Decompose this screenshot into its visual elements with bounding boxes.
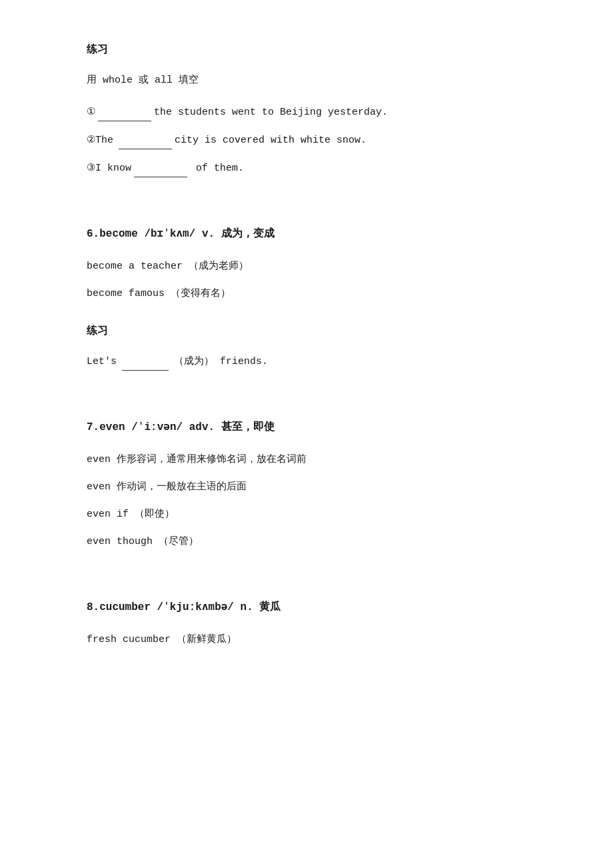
- example-cn-6-2: （变得有名）: [171, 287, 231, 298]
- note-7-2: even 作动词，一般放在主语的后面: [87, 477, 526, 496]
- note-7-3: even if （即使）: [87, 504, 526, 523]
- exercise-line-1: ① the students went to Beijing yesterday…: [87, 103, 526, 121]
- example-en-8-1: fresh cucumber: [87, 634, 177, 645]
- word-heading-cn-7: 甚至，即使: [221, 421, 275, 432]
- exercise-title-6: 练习: [87, 321, 526, 341]
- exercise-section-1: 练习 用 whole 或 all 填空 ① the students went …: [87, 40, 526, 177]
- word-heading-7: 7.even /ˈiːvən/ adv. 甚至，即使: [87, 417, 526, 437]
- note-prefix-7-1: even: [87, 454, 117, 465]
- note-cn-7-2: 作动词，一般放在主语的后面: [117, 480, 247, 491]
- line-after-2: city is covered with white snow.: [175, 135, 366, 146]
- exercise-instruction-1: 用 whole 或 all 填空: [87, 71, 526, 89]
- exercise-cn-6: （成为）: [174, 356, 214, 367]
- example-cn-8-1: （新鲜黄瓜）: [177, 633, 237, 644]
- note-7-1: even 作形容词，通常用来修饰名词，放在名词前: [87, 449, 526, 469]
- note-en-7-3: even if: [87, 509, 135, 520]
- instruction-text-1: 用 whole 或 all 填空: [87, 75, 199, 86]
- example-line-6-1: become a teacher （成为老师）: [87, 256, 526, 275]
- blank-2: [119, 131, 172, 149]
- note-7-4: even though （尽管）: [87, 531, 526, 551]
- divider-1: [87, 204, 526, 224]
- word-heading-en-7: 7.even /ˈiːvən/ adv.: [87, 421, 221, 433]
- note-cn-7-4: （尽管）: [159, 535, 199, 546]
- example-cn-6-1: （成为老师）: [189, 259, 249, 271]
- blank-1: [98, 103, 151, 121]
- word-section-7: 7.even /ˈiːvən/ adv. 甚至，即使 even 作形容词，通常用…: [87, 417, 526, 551]
- line-after-1: the students went to Beijing yesterday.: [154, 107, 388, 118]
- exercise-line-3: ③I know of them.: [87, 159, 526, 177]
- line-prefix-2: ②The: [87, 135, 113, 146]
- exercise-title-1: 练习: [87, 40, 526, 59]
- divider-3: [87, 397, 526, 417]
- exercise-line-6: Let's （成为） friends.: [87, 352, 526, 371]
- word-heading-cn-6: 成为，变成: [221, 227, 275, 239]
- word-section-8: 8.cucumber /ˈkjuːkʌmbə/ n. 黄瓜 fresh cucu…: [87, 597, 526, 649]
- blank-3: [134, 159, 187, 177]
- line-prefix-1: ①: [87, 107, 95, 118]
- exercise-suffix-6: friends.: [214, 356, 268, 367]
- note-cn-7-1: 作形容词，通常用来修饰名词，放在名词前: [117, 453, 306, 464]
- example-en-6-1: become a teacher: [87, 261, 189, 272]
- note-en-7-4: even though: [87, 536, 159, 547]
- example-line-6-2: become famous （变得有名）: [87, 283, 526, 303]
- example-en-6-2: become famous: [87, 288, 171, 299]
- word-heading-en-8: 8.cucumber /ˈkjuːkʌmbə/ n.: [87, 601, 259, 613]
- word-heading-en-6: 6.become /bɪˈkʌm/ v.: [87, 228, 221, 240]
- word-heading-8: 8.cucumber /ˈkjuːkʌmbə/ n. 黄瓜: [87, 597, 526, 617]
- blank-6: [122, 352, 169, 371]
- divider-4: [87, 577, 526, 597]
- note-cn-7-3: （即使）: [135, 507, 175, 519]
- word-heading-6: 6.become /bɪˈkʌm/ v. 成为，变成: [87, 224, 526, 244]
- line-prefix-3: ③I know: [87, 163, 131, 174]
- example-line-8-1: fresh cucumber （新鲜黄瓜）: [87, 629, 526, 649]
- exercise-prefix-6: Let's: [87, 356, 117, 367]
- word-heading-cn-8: 黄瓜: [259, 601, 281, 612]
- line-after-3: of them.: [190, 163, 244, 174]
- note-prefix-7-2: even: [87, 481, 117, 493]
- word-section-6: 6.become /bɪˈkʌm/ v. 成为，变成 become a teac…: [87, 224, 526, 371]
- exercise-line-2: ②The city is covered with white snow.: [87, 131, 526, 149]
- divider-2: [87, 311, 526, 321]
